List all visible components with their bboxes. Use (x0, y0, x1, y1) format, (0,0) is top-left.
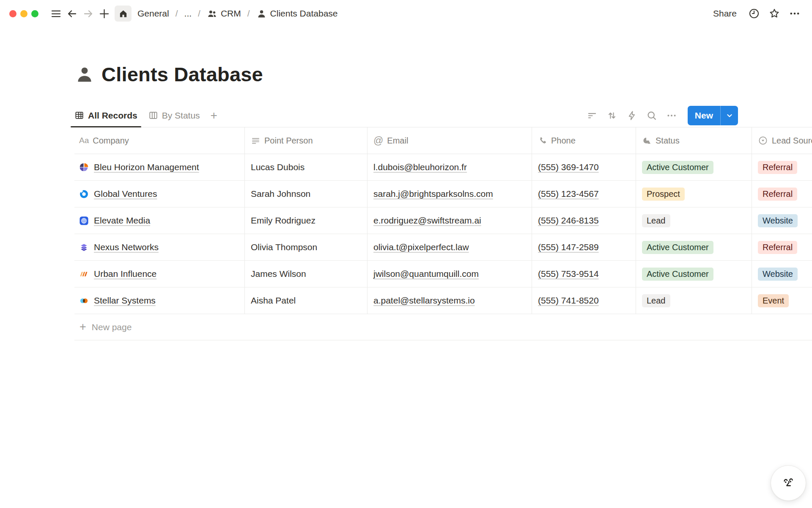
page-title[interactable]: Clients Database (102, 63, 263, 86)
column-header-status[interactable]: Status (636, 127, 752, 154)
email-cell[interactable]: sarah.j@brightsparksolns.com (368, 181, 532, 207)
page-options-button[interactable] (787, 6, 803, 22)
email-link[interactable]: a.patel@stellarsystems.io (373, 295, 475, 306)
phone-cell[interactable]: (555) 753-9514 (532, 261, 636, 287)
lead-source-cell[interactable]: Referral (752, 234, 812, 260)
point-person-cell[interactable]: Lucas Dubois (245, 154, 368, 180)
column-header-lead-source[interactable]: Lead Source (752, 127, 812, 154)
new-tab-button[interactable] (96, 6, 112, 22)
column-header-phone[interactable]: Phone (532, 127, 636, 154)
column-header-point-person[interactable]: Point Person (245, 127, 368, 154)
email-cell[interactable]: e.rodriguez@swiftstream.ai (368, 207, 532, 234)
breadcrumb-item-ellipsis[interactable]: ... (181, 7, 195, 20)
company-cell[interactable]: Bleu Horizon Management (74, 154, 245, 180)
breadcrumb-page-label: Clients Database (270, 8, 338, 19)
phone-link[interactable]: (555) 147-2589 (538, 242, 599, 252)
breadcrumb-item-general[interactable]: General (134, 7, 173, 20)
lead-source-cell[interactable]: Event (752, 287, 812, 314)
favorite-button[interactable] (766, 6, 782, 22)
status-cell[interactable]: Lead (636, 287, 752, 314)
company-link[interactable]: Elevate Media (94, 215, 150, 226)
column-header-email[interactable]: @ Email (368, 127, 532, 154)
tab-by-status[interactable]: By Status (145, 104, 204, 127)
point-person-cell[interactable]: Olivia Thompson (245, 234, 368, 260)
nav-forward-button[interactable] (80, 6, 96, 22)
sidebar-menu-button[interactable] (48, 6, 64, 22)
point-person-cell[interactable]: Sarah Johnson (245, 181, 368, 207)
company-link[interactable]: Urban Influence (94, 269, 156, 279)
search-button[interactable] (644, 108, 660, 124)
automations-button[interactable] (624, 108, 640, 124)
notion-ai-button[interactable] (771, 465, 806, 501)
point-person-cell[interactable]: Aisha Patel (245, 287, 368, 314)
email-cell[interactable]: l.dubois@bleuhorizon.fr (368, 154, 532, 180)
point-person-cell[interactable]: James Wilson (245, 261, 368, 287)
company-logo-icon (79, 243, 89, 252)
breadcrumb-item-crm[interactable]: CRM (203, 7, 244, 21)
point-person-cell[interactable]: Emily Rodriguez (245, 207, 368, 234)
minimize-window-button[interactable] (20, 10, 27, 17)
email-cell[interactable]: olivia.t@pixelperfect.law (368, 234, 532, 260)
clients-table: Aa Company Point Person @ Email Phone St… (74, 127, 812, 340)
company-link[interactable]: Stellar Systems (94, 295, 156, 306)
email-link[interactable]: olivia.t@pixelperfect.law (373, 242, 469, 252)
lead-source-badge: Website (758, 268, 798, 281)
phone-link[interactable]: (555) 246-8135 (538, 215, 599, 226)
zoom-window-button[interactable] (31, 10, 38, 17)
company-link[interactable]: Bleu Horizon Management (94, 162, 199, 172)
status-cell[interactable]: Active Customer (636, 154, 752, 180)
table-row: Stellar Systems Aisha Patel a.patel@stel… (74, 287, 812, 314)
phone-cell[interactable]: (555) 369-1470 (532, 154, 636, 180)
new-record-dropdown-button[interactable] (721, 106, 738, 125)
phone-link[interactable]: (555) 741-8520 (538, 295, 599, 306)
company-cell[interactable]: Global Ventures (74, 181, 245, 207)
status-cell[interactable]: Prospect (636, 181, 752, 207)
phone-cell[interactable]: (555) 123-4567 (532, 181, 636, 207)
status-badge: Active Customer (642, 268, 713, 281)
phone-link[interactable]: (555) 753-9514 (538, 269, 599, 279)
column-header-company[interactable]: Aa Company (74, 127, 245, 154)
close-window-button[interactable] (9, 10, 16, 17)
lead-source-cell[interactable]: Website (752, 207, 812, 234)
email-link[interactable]: e.rodriguez@swiftstream.ai (373, 215, 481, 226)
sort-button[interactable] (604, 108, 620, 124)
phone-cell[interactable]: (555) 741-8520 (532, 287, 636, 314)
new-record-split-button: New (688, 106, 738, 125)
email-link[interactable]: jwilson@quantumquill.com (373, 269, 479, 279)
select-property-icon (758, 135, 768, 146)
breadcrumb-separator: / (198, 8, 201, 19)
nav-back-button[interactable] (64, 6, 80, 22)
add-view-button[interactable]: + (207, 109, 221, 122)
phone-cell[interactable]: (555) 147-2589 (532, 234, 636, 260)
company-cell[interactable]: Urban Influence (74, 261, 245, 287)
company-link[interactable]: Nexus Networks (94, 242, 159, 252)
phone-link[interactable]: (555) 369-1470 (538, 162, 599, 172)
email-link[interactable]: sarah.j@brightsparksolns.com (373, 189, 493, 199)
updates-button[interactable] (746, 6, 762, 22)
status-cell[interactable]: Active Customer (636, 234, 752, 260)
phone-link[interactable]: (555) 123-4567 (538, 189, 599, 199)
filter-button[interactable] (584, 108, 600, 124)
tab-all-records[interactable]: All Records (71, 104, 141, 127)
column-label: Email (387, 136, 408, 146)
share-button[interactable]: Share (708, 6, 742, 21)
lead-source-cell[interactable]: Website (752, 261, 812, 287)
new-record-button[interactable]: New (688, 106, 720, 125)
new-page-row[interactable]: + New page (74, 314, 812, 340)
company-cell[interactable]: Stellar Systems (74, 287, 245, 314)
lead-source-cell[interactable]: Referral (752, 181, 812, 207)
phone-cell[interactable]: (555) 246-8135 (532, 207, 636, 234)
email-link[interactable]: l.dubois@bleuhorizon.fr (373, 162, 467, 172)
company-link[interactable]: Global Ventures (94, 189, 157, 199)
company-cell[interactable]: Elevate Media (74, 207, 245, 234)
status-cell[interactable]: Lead (636, 207, 752, 234)
lead-source-cell[interactable]: Referral (752, 154, 812, 180)
status-cell[interactable]: Active Customer (636, 261, 752, 287)
email-cell[interactable]: a.patel@stellarsystems.io (368, 287, 532, 314)
view-options-button[interactable] (664, 108, 680, 124)
page-person-icon[interactable] (74, 64, 95, 85)
breadcrumb-home-button[interactable] (115, 6, 132, 22)
breadcrumb-item-clients-database[interactable]: Clients Database (253, 7, 341, 21)
email-cell[interactable]: jwilson@quantumquill.com (368, 261, 532, 287)
company-cell[interactable]: Nexus Networks (74, 234, 245, 260)
